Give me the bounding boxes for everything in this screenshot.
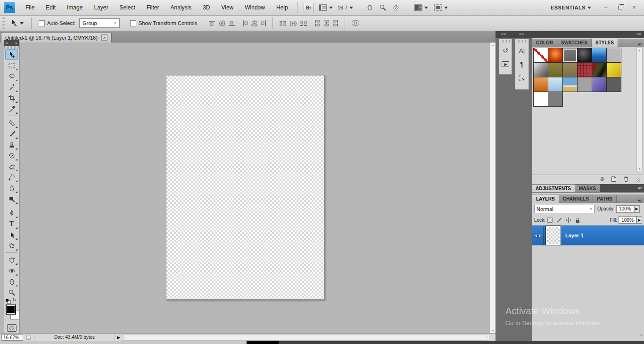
dodge-tool[interactable] [5,193,18,204]
tab-masks[interactable]: MASKS [575,185,600,192]
zoom-tool-button[interactable] [379,4,387,11]
layer-visibility-toggle[interactable] [532,226,544,245]
styles-scrollbar[interactable]: ▲ ▼ [636,48,643,171]
close-button[interactable]: × [628,3,640,12]
style-swatch-mid-gray[interactable] [548,92,563,107]
crop-tool[interactable] [5,92,18,103]
style-swatch-orange-sunset[interactable] [534,77,548,92]
lock-position-icon[interactable] [565,217,571,223]
path-selection-tool[interactable] [5,229,18,240]
auto-align-layers-button[interactable] [351,20,360,26]
tab-layers[interactable]: LAYERS [532,195,559,203]
style-swatch-blue-glossy[interactable] [592,48,607,63]
paragraph-panel-button[interactable]: ¶ [516,59,528,70]
new-style-icon[interactable] [611,176,617,182]
horizontal-scrollbar[interactable]: ‹ › [122,334,489,341]
menu-edit[interactable]: Edit [40,2,61,13]
auto-select-checkbox[interactable] [39,20,45,26]
style-swatch-tan[interactable] [563,63,578,77]
tab-styles[interactable]: STYLES [592,39,618,47]
clone-stamp-tool[interactable] [5,139,18,150]
style-swatch-no-style[interactable] [534,48,548,63]
style-swatch-gray-button[interactable] [563,48,578,63]
style-swatch-noise[interactable] [578,77,592,92]
menu-analysis[interactable]: Analysis [165,2,197,13]
spot-healing-brush-tool[interactable] [5,117,18,128]
scroll-left-icon[interactable]: ‹ [124,335,125,340]
tab-swatches[interactable]: SWATCHES [557,39,592,47]
scroll-down-icon[interactable]: ▼ [637,167,642,170]
character-panel-button[interactable]: A| [516,45,528,56]
style-swatch-dark-gray[interactable] [607,77,621,92]
collapse-panels-icon[interactable]: «« [519,32,524,36]
distribute-left-edges-button[interactable] [314,19,321,27]
distribute-vertical-centers-button[interactable] [289,20,297,26]
scroll-up-icon[interactable]: ▲ [640,227,643,230]
style-swatch-white[interactable] [534,92,548,107]
distribute-bottom-edges-button[interactable] [300,20,307,26]
align-left-edges-button[interactable] [242,20,248,27]
style-swatch-yellow-3d[interactable] [607,63,621,77]
distribute-top-edges-button[interactable] [279,20,287,26]
restore-button[interactable] [614,3,626,12]
move-tool[interactable] [5,49,18,60]
hand-tool-button[interactable] [366,4,373,11]
style-swatch-olive[interactable] [548,63,563,77]
clone-source-panel-button[interactable] [516,72,528,84]
3d-rotate-tool[interactable] [5,254,18,265]
eraser-tool[interactable] [5,161,18,172]
workspace-switcher[interactable]: ESSENTIALS [551,5,591,10]
style-swatch-dark-sphere[interactable] [578,48,592,63]
eyedropper-tool[interactable] [5,103,18,114]
history-brush-tool[interactable] [5,150,18,161]
tab-channels[interactable]: CHANNELS [559,195,594,203]
style-swatch-light-gray[interactable] [607,48,621,63]
align-top-edges-button[interactable] [208,20,215,26]
tab-adjustments[interactable]: ADJUSTMENTS [532,185,575,192]
opacity-slider-button[interactable]: ▶ [634,205,640,213]
rectangular-marquee-tool[interactable] [5,60,18,71]
expand-dock-icon[interactable]: »» [636,32,641,36]
close-icon[interactable]: × [15,41,17,45]
menu-image[interactable]: Image [61,2,88,13]
screen-mode-button[interactable] [434,4,448,11]
delete-style-icon[interactable] [623,176,629,182]
zoom-tool[interactable] [5,287,18,298]
panel-menu-icon[interactable]: ▾≡ [636,198,644,203]
collapse-panel-icon[interactable]: « [6,41,8,45]
resize-grip-icon[interactable] [636,177,640,182]
menu-view[interactable]: View [215,2,239,13]
panel-grip[interactable] [501,40,510,42]
layer-thumbnail[interactable] [546,226,561,245]
magic-wand-tool[interactable] [5,82,18,92]
menu-window[interactable]: Window [239,2,271,13]
zoom-level-control[interactable]: 16.7 [338,5,353,10]
fill-value[interactable]: 100% [619,216,636,224]
rotate-view-button[interactable] [392,4,400,11]
panel-menu-icon[interactable]: ▾≡ [636,42,644,47]
default-colors-icon[interactable] [6,299,10,303]
panel-menu-icon[interactable]: ▾≡ [636,186,644,191]
style-swatch-red-grid[interactable] [578,63,592,77]
history-panel-button[interactable]: ↺ [500,45,511,56]
lock-paint-icon[interactable] [556,217,562,223]
document-canvas[interactable] [166,75,324,300]
swap-colors-icon[interactable]: ↻ [12,297,16,302]
lock-all-icon[interactable] [575,217,581,223]
brush-tool[interactable] [5,128,18,139]
align-vertical-centers-button[interactable] [218,20,225,26]
distribute-horizontal-centers-button[interactable] [323,19,330,27]
close-icon[interactable]: × [101,34,107,41]
align-bottom-edges-button[interactable] [228,20,235,26]
current-tool-indicator[interactable] [10,19,24,27]
actions-panel-button[interactable]: ▶ [500,59,511,70]
lasso-tool[interactable] [5,71,18,82]
minimize-button[interactable]: – [600,3,612,12]
style-swatch-purple-3d[interactable] [592,77,607,92]
layer-name[interactable]: Layer 1 [565,233,584,238]
style-swatch-camouflage[interactable] [592,63,607,77]
lock-transparency-icon[interactable] [547,218,553,223]
view-extras-button[interactable] [319,4,333,11]
custom-shape-tool[interactable] [5,240,18,251]
clear-style-button[interactable]: ⊘ [600,176,604,182]
